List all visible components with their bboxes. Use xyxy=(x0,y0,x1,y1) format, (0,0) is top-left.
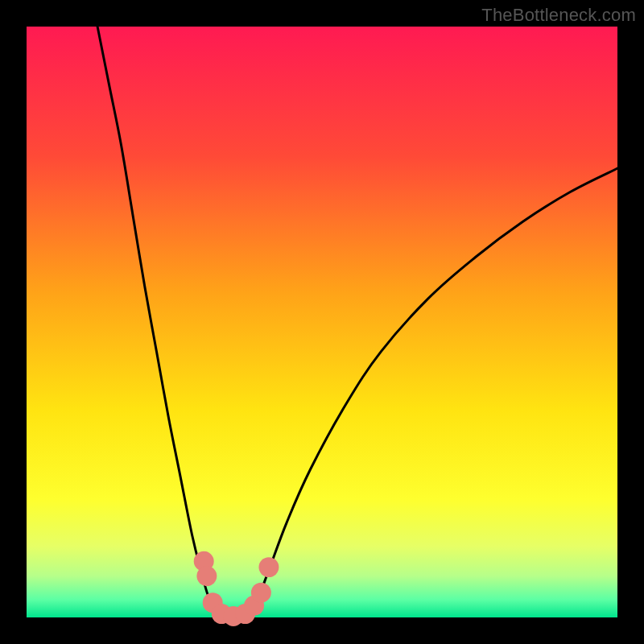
chart-frame: TheBottleneck.com xyxy=(0,0,644,644)
marker-dot xyxy=(258,557,279,577)
marker-dot xyxy=(196,566,217,586)
bottleneck-chart xyxy=(0,0,644,644)
marker-dot xyxy=(251,583,271,603)
